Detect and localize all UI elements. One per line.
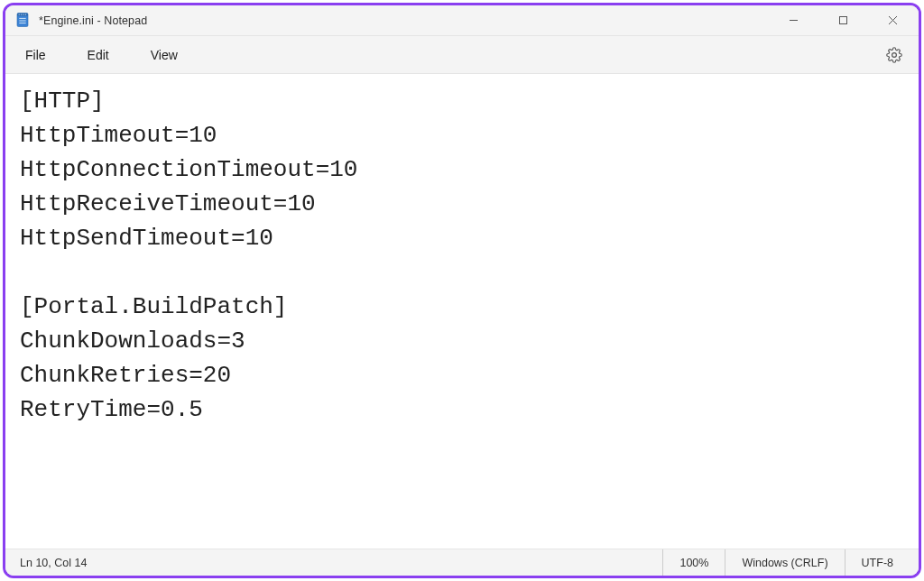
svg-point-4 <box>23 14 23 14</box>
minimize-button[interactable] <box>772 6 814 35</box>
menu-edit[interactable]: Edit <box>77 42 120 68</box>
settings-button[interactable] <box>879 40 910 70</box>
menu-file[interactable]: File <box>14 42 57 68</box>
statusbar: Ln 10, Col 14 100% Windows (CRLF) UTF-8 <box>5 549 919 576</box>
gear-icon <box>886 47 902 63</box>
svg-point-2 <box>19 14 20 14</box>
status-encoding[interactable]: UTF-8 <box>845 549 910 576</box>
maximize-button[interactable] <box>822 6 864 35</box>
svg-point-5 <box>25 14 26 14</box>
status-line-endings[interactable]: Windows (CRLF) <box>725 549 844 576</box>
titlebar: *Engine.ini - Notepad <box>5 5 919 36</box>
document-text: [HTTP] HttpTimeout=10 HttpConnectionTime… <box>20 85 904 428</box>
status-cursor: Ln 10, Col 14 <box>14 557 285 569</box>
status-zoom[interactable]: 100% <box>662 549 725 576</box>
svg-point-13 <box>892 52 897 57</box>
text-editor[interactable]: [HTTP] HttpTimeout=10 HttpConnectionTime… <box>5 74 919 549</box>
menubar: File Edit View <box>5 36 919 74</box>
app-window: *Engine.ini - Notepad File Edit View [H <box>3 3 921 578</box>
notepad-icon <box>14 12 31 30</box>
window-title: *Engine.ini - Notepad <box>39 14 147 27</box>
menu-view[interactable]: View <box>140 42 189 68</box>
svg-point-3 <box>21 14 22 14</box>
svg-rect-10 <box>839 17 846 24</box>
close-button[interactable] <box>872 6 913 35</box>
